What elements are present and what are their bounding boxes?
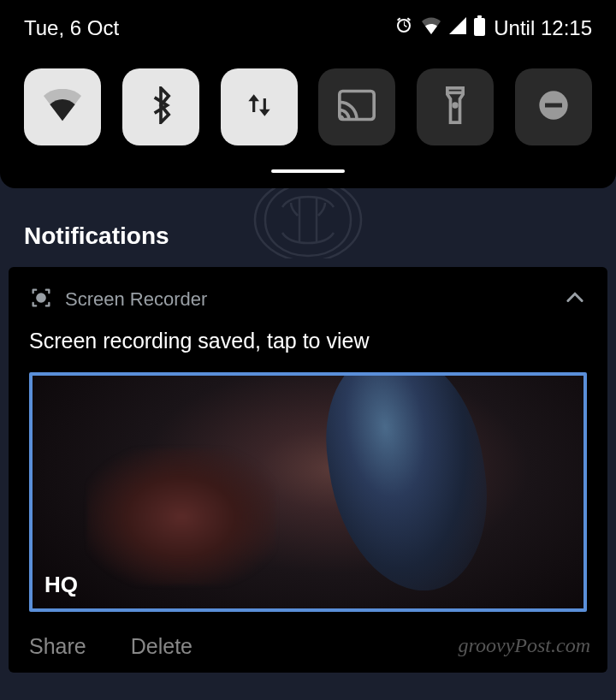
qs-tile-bluetooth[interactable]	[122, 68, 199, 145]
svg-rect-7	[545, 104, 562, 108]
qs-tile-wifi[interactable]	[24, 68, 101, 145]
svg-point-5	[453, 104, 457, 107]
qs-tile-mobile-data[interactable]	[221, 68, 298, 145]
mobile-data-icon	[243, 89, 275, 125]
qs-tile-flashlight[interactable]	[417, 68, 494, 145]
battery-icon	[474, 15, 485, 41]
qs-tile-cast[interactable]	[318, 68, 395, 145]
notification-thumbnail[interactable]: HQ	[29, 372, 587, 612]
qs-tile-dnd[interactable]	[515, 68, 592, 145]
cast-icon	[338, 89, 376, 125]
wifi-icon	[421, 16, 441, 40]
cellular-icon	[448, 16, 467, 40]
collapse-icon[interactable]	[563, 286, 587, 313]
wifi-icon	[44, 89, 81, 125]
status-until: Until 12:15	[494, 16, 592, 40]
notifications-header: Notifications	[24, 222, 592, 250]
screen-recorder-icon	[29, 286, 53, 313]
notification-app-name: Screen Recorder	[65, 288, 207, 311]
flashlight-icon	[444, 86, 466, 128]
notification-header: Screen Recorder	[29, 286, 587, 313]
svg-point-9	[37, 294, 44, 301]
dnd-icon	[536, 88, 571, 126]
qs-drag-handle[interactable]	[271, 169, 345, 173]
quick-settings-panel: Tue, 6 Oct Until 12:15	[0, 0, 616, 188]
notification-card[interactable]: Screen Recorder Screen recording saved, …	[9, 267, 607, 673]
status-icons	[394, 15, 485, 41]
qs-tiles-row	[24, 68, 592, 145]
svg-rect-0	[474, 18, 485, 36]
svg-rect-1	[477, 15, 482, 18]
status-bar: Tue, 6 Oct Until 12:15	[24, 15, 592, 41]
watermark: groovyPost.com	[459, 634, 590, 657]
share-button[interactable]: Share	[29, 634, 86, 659]
bluetooth-icon	[150, 86, 172, 128]
alarm-icon	[394, 15, 414, 41]
background-section: Notifications	[0, 188, 616, 258]
status-right: Until 12:15	[394, 15, 592, 41]
delete-button[interactable]: Delete	[131, 634, 192, 659]
notification-title: Screen recording saved, tap to view	[29, 329, 587, 353]
svg-point-3	[339, 116, 344, 121]
hq-badge: HQ	[44, 572, 78, 598]
status-date: Tue, 6 Oct	[24, 16, 119, 40]
